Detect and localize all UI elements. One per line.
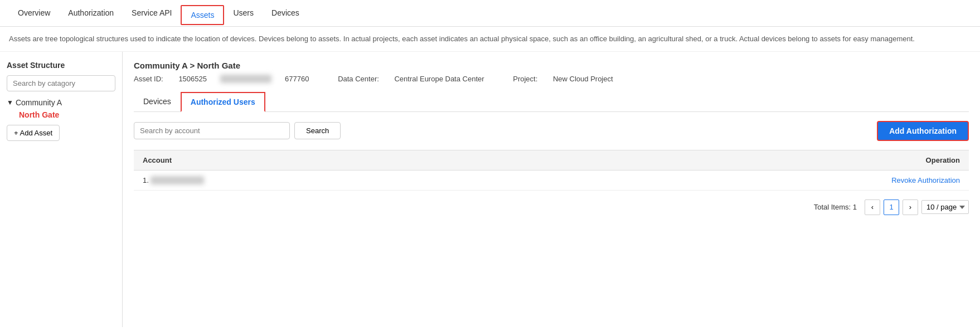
total-items: Total Items: 1: [814, 203, 857, 211]
search-button[interactable]: Search: [294, 122, 341, 139]
operation-cell: Revoke Authorization: [533, 170, 969, 190]
revoke-authorization-link[interactable]: Revoke Authorization: [891, 176, 960, 184]
add-authorization-button[interactable]: Add Authorization: [877, 121, 969, 141]
datacenter-meta: Data Center: Central Europe Data Center: [338, 75, 499, 83]
tree-child-north-gate[interactable]: North Gate: [7, 110, 115, 119]
prev-page-button[interactable]: ‹: [865, 199, 880, 215]
next-page-button[interactable]: ›: [903, 199, 918, 215]
project-meta: Project: New Cloud Project: [513, 75, 626, 83]
sidebar: Asset Structure ▼ Community A North Gate…: [0, 52, 123, 327]
authorized-users-table: Account Operation 1. ████ ██████ Revoke …: [134, 150, 969, 191]
nav-item-assets[interactable]: Assets: [181, 5, 224, 25]
community-a-label: Community A: [16, 98, 62, 107]
search-row: Search Add Authorization: [134, 121, 969, 141]
nav-item-devices[interactable]: Devices: [263, 0, 308, 27]
nav-item-service-api[interactable]: Service API: [123, 0, 181, 27]
datacenter-value: Central Europe Data Center: [394, 75, 484, 83]
project-value: New Cloud Project: [553, 75, 613, 83]
asset-id-label: Asset ID: 1506525██████████677760: [134, 75, 324, 83]
nav-item-users[interactable]: Users: [224, 0, 263, 27]
pagination: Total Items: 1 ‹ 1 › 10 / page 20 / page…: [134, 191, 969, 220]
tree-parent-community-a[interactable]: ▼ Community A: [7, 98, 115, 107]
account-blurred: ████ ██████: [151, 176, 204, 184]
search-category-input[interactable]: [7, 75, 115, 91]
tree-collapse-icon: ▼: [7, 99, 13, 106]
tab-authorized-users[interactable]: Authorized Users: [181, 92, 265, 112]
col-operation: Operation: [533, 150, 969, 170]
asset-id-blurred: ██████████: [220, 75, 271, 83]
tab-devices[interactable]: Devices: [134, 92, 181, 112]
current-page-button[interactable]: 1: [884, 199, 899, 215]
nav-item-overview[interactable]: Overview: [9, 0, 59, 27]
add-asset-button[interactable]: + Add Asset: [7, 125, 60, 141]
page-description: Assets are tree topological structures u…: [0, 27, 980, 52]
asset-id-suffix: 677760: [285, 75, 309, 83]
asset-meta: Asset ID: 1506525██████████677760 Data C…: [134, 75, 969, 83]
account-prefix: 1.: [143, 176, 149, 184]
main-content: Community A > North Gate Asset ID: 15065…: [123, 52, 980, 327]
account-cell: 1. ████ ██████: [134, 170, 533, 190]
top-navigation: Overview Authorization Service API Asset…: [0, 0, 980, 27]
content-tabs: Devices Authorized Users: [134, 92, 969, 112]
sidebar-title: Asset Structure: [7, 61, 115, 70]
page-size-select[interactable]: 10 / page 20 / page 50 / page: [921, 200, 969, 214]
col-account: Account: [134, 150, 533, 170]
breadcrumb: Community A > North Gate: [134, 61, 969, 70]
main-layout: Asset Structure ▼ Community A North Gate…: [0, 52, 980, 327]
asset-id-value: 1506525: [178, 75, 207, 83]
table-row: 1. ████ ██████ Revoke Authorization: [134, 170, 969, 190]
search-account-input[interactable]: [134, 122, 290, 139]
nav-item-authorization[interactable]: Authorization: [59, 0, 123, 27]
